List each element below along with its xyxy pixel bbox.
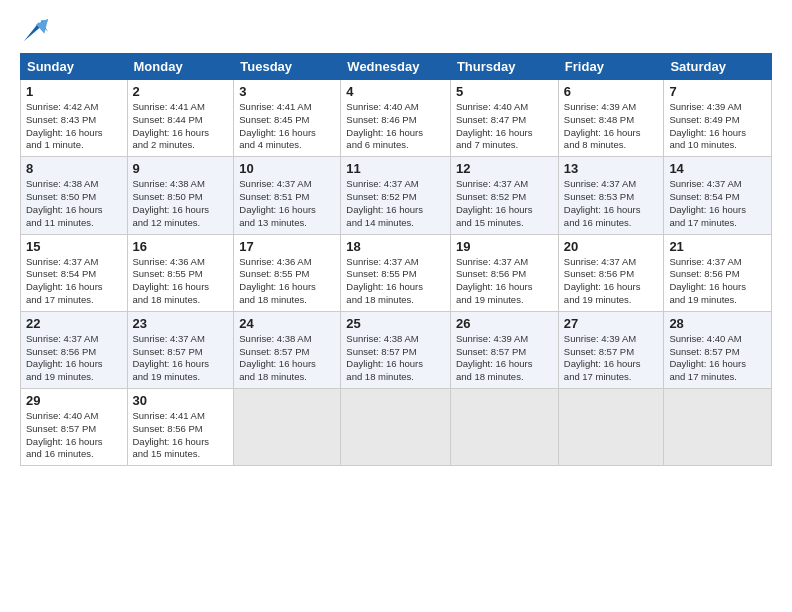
day-info: Sunrise: 4:37 AM Sunset: 8:56 PM Dayligh… [669,256,766,307]
day-info: Sunrise: 4:37 AM Sunset: 8:55 PM Dayligh… [346,256,445,307]
day-info: Sunrise: 4:37 AM Sunset: 8:57 PM Dayligh… [133,333,229,384]
calendar-cell: 11Sunrise: 4:37 AM Sunset: 8:52 PM Dayli… [341,157,451,234]
calendar-cell: 18Sunrise: 4:37 AM Sunset: 8:55 PM Dayli… [341,234,451,311]
calendar-week-row: 8Sunrise: 4:38 AM Sunset: 8:50 PM Daylig… [21,157,772,234]
day-number: 29 [26,393,122,408]
calendar-cell [234,389,341,466]
calendar-cell: 8Sunrise: 4:38 AM Sunset: 8:50 PM Daylig… [21,157,128,234]
day-info: Sunrise: 4:37 AM Sunset: 8:52 PM Dayligh… [346,178,445,229]
day-number: 13 [564,161,659,176]
day-info: Sunrise: 4:38 AM Sunset: 8:57 PM Dayligh… [346,333,445,384]
calendar-cell: 15Sunrise: 4:37 AM Sunset: 8:54 PM Dayli… [21,234,128,311]
logo-icon [22,15,50,43]
day-number: 7 [669,84,766,99]
day-info: Sunrise: 4:37 AM Sunset: 8:51 PM Dayligh… [239,178,335,229]
calendar-header-wednesday: Wednesday [341,54,451,80]
calendar-cell: 17Sunrise: 4:36 AM Sunset: 8:55 PM Dayli… [234,234,341,311]
day-number: 24 [239,316,335,331]
calendar-cell: 25Sunrise: 4:38 AM Sunset: 8:57 PM Dayli… [341,311,451,388]
day-number: 12 [456,161,553,176]
day-info: Sunrise: 4:38 AM Sunset: 8:50 PM Dayligh… [133,178,229,229]
day-number: 21 [669,239,766,254]
calendar-header-row: SundayMondayTuesdayWednesdayThursdayFrid… [21,54,772,80]
calendar-header-friday: Friday [558,54,664,80]
calendar-week-row: 29Sunrise: 4:40 AM Sunset: 8:57 PM Dayli… [21,389,772,466]
day-number: 5 [456,84,553,99]
calendar-header-sunday: Sunday [21,54,128,80]
calendar-cell: 30Sunrise: 4:41 AM Sunset: 8:56 PM Dayli… [127,389,234,466]
calendar-cell [450,389,558,466]
day-info: Sunrise: 4:37 AM Sunset: 8:56 PM Dayligh… [456,256,553,307]
day-number: 11 [346,161,445,176]
calendar-cell: 20Sunrise: 4:37 AM Sunset: 8:56 PM Dayli… [558,234,664,311]
day-info: Sunrise: 4:38 AM Sunset: 8:50 PM Dayligh… [26,178,122,229]
calendar-cell: 4Sunrise: 4:40 AM Sunset: 8:46 PM Daylig… [341,80,451,157]
calendar-cell: 10Sunrise: 4:37 AM Sunset: 8:51 PM Dayli… [234,157,341,234]
day-number: 6 [564,84,659,99]
calendar-header-monday: Monday [127,54,234,80]
day-number: 3 [239,84,335,99]
calendar-cell: 3Sunrise: 4:41 AM Sunset: 8:45 PM Daylig… [234,80,341,157]
day-info: Sunrise: 4:37 AM Sunset: 8:52 PM Dayligh… [456,178,553,229]
calendar-week-row: 22Sunrise: 4:37 AM Sunset: 8:56 PM Dayli… [21,311,772,388]
day-info: Sunrise: 4:40 AM Sunset: 8:57 PM Dayligh… [669,333,766,384]
day-info: Sunrise: 4:41 AM Sunset: 8:56 PM Dayligh… [133,410,229,461]
day-number: 2 [133,84,229,99]
day-number: 14 [669,161,766,176]
day-number: 30 [133,393,229,408]
day-info: Sunrise: 4:36 AM Sunset: 8:55 PM Dayligh… [133,256,229,307]
calendar-cell: 14Sunrise: 4:37 AM Sunset: 8:54 PM Dayli… [664,157,772,234]
day-info: Sunrise: 4:37 AM Sunset: 8:56 PM Dayligh… [564,256,659,307]
calendar-cell: 16Sunrise: 4:36 AM Sunset: 8:55 PM Dayli… [127,234,234,311]
day-number: 17 [239,239,335,254]
calendar-cell: 7Sunrise: 4:39 AM Sunset: 8:49 PM Daylig… [664,80,772,157]
day-number: 4 [346,84,445,99]
logo [20,15,50,43]
calendar-header-saturday: Saturday [664,54,772,80]
calendar-cell: 13Sunrise: 4:37 AM Sunset: 8:53 PM Dayli… [558,157,664,234]
calendar-cell: 1Sunrise: 4:42 AM Sunset: 8:43 PM Daylig… [21,80,128,157]
calendar-cell: 6Sunrise: 4:39 AM Sunset: 8:48 PM Daylig… [558,80,664,157]
day-info: Sunrise: 4:38 AM Sunset: 8:57 PM Dayligh… [239,333,335,384]
calendar-cell: 19Sunrise: 4:37 AM Sunset: 8:56 PM Dayli… [450,234,558,311]
day-info: Sunrise: 4:39 AM Sunset: 8:57 PM Dayligh… [456,333,553,384]
calendar-cell: 5Sunrise: 4:40 AM Sunset: 8:47 PM Daylig… [450,80,558,157]
day-info: Sunrise: 4:39 AM Sunset: 8:49 PM Dayligh… [669,101,766,152]
day-info: Sunrise: 4:39 AM Sunset: 8:48 PM Dayligh… [564,101,659,152]
calendar-cell: 29Sunrise: 4:40 AM Sunset: 8:57 PM Dayli… [21,389,128,466]
day-info: Sunrise: 4:41 AM Sunset: 8:44 PM Dayligh… [133,101,229,152]
day-number: 23 [133,316,229,331]
day-number: 10 [239,161,335,176]
day-info: Sunrise: 4:40 AM Sunset: 8:46 PM Dayligh… [346,101,445,152]
day-number: 22 [26,316,122,331]
day-info: Sunrise: 4:42 AM Sunset: 8:43 PM Dayligh… [26,101,122,152]
calendar-cell: 24Sunrise: 4:38 AM Sunset: 8:57 PM Dayli… [234,311,341,388]
day-info: Sunrise: 4:36 AM Sunset: 8:55 PM Dayligh… [239,256,335,307]
day-number: 25 [346,316,445,331]
day-number: 20 [564,239,659,254]
calendar-cell: 26Sunrise: 4:39 AM Sunset: 8:57 PM Dayli… [450,311,558,388]
calendar-cell [558,389,664,466]
day-info: Sunrise: 4:40 AM Sunset: 8:47 PM Dayligh… [456,101,553,152]
calendar-cell: 12Sunrise: 4:37 AM Sunset: 8:52 PM Dayli… [450,157,558,234]
calendar-cell: 23Sunrise: 4:37 AM Sunset: 8:57 PM Dayli… [127,311,234,388]
day-number: 26 [456,316,553,331]
calendar-week-row: 1Sunrise: 4:42 AM Sunset: 8:43 PM Daylig… [21,80,772,157]
calendar-cell [664,389,772,466]
page: SundayMondayTuesdayWednesdayThursdayFrid… [0,0,792,612]
calendar-cell: 2Sunrise: 4:41 AM Sunset: 8:44 PM Daylig… [127,80,234,157]
day-info: Sunrise: 4:40 AM Sunset: 8:57 PM Dayligh… [26,410,122,461]
calendar-header-tuesday: Tuesday [234,54,341,80]
calendar-header-thursday: Thursday [450,54,558,80]
day-info: Sunrise: 4:37 AM Sunset: 8:56 PM Dayligh… [26,333,122,384]
day-number: 27 [564,316,659,331]
day-info: Sunrise: 4:37 AM Sunset: 8:53 PM Dayligh… [564,178,659,229]
calendar-body: 1Sunrise: 4:42 AM Sunset: 8:43 PM Daylig… [21,80,772,466]
day-info: Sunrise: 4:39 AM Sunset: 8:57 PM Dayligh… [564,333,659,384]
day-number: 1 [26,84,122,99]
day-info: Sunrise: 4:37 AM Sunset: 8:54 PM Dayligh… [669,178,766,229]
calendar-cell: 21Sunrise: 4:37 AM Sunset: 8:56 PM Dayli… [664,234,772,311]
day-info: Sunrise: 4:41 AM Sunset: 8:45 PM Dayligh… [239,101,335,152]
calendar-cell: 9Sunrise: 4:38 AM Sunset: 8:50 PM Daylig… [127,157,234,234]
day-number: 8 [26,161,122,176]
